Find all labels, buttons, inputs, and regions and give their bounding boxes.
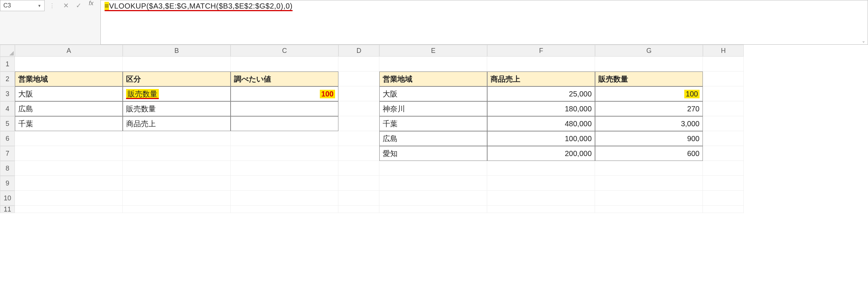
cell-E8[interactable] (379, 161, 487, 176)
cell-G9[interactable] (595, 176, 703, 191)
cell-F1[interactable] (487, 57, 595, 72)
cell-F7[interactable]: 200,000 (487, 146, 595, 161)
cell-C4[interactable] (231, 101, 338, 116)
cell-F3[interactable]: 25,000 (487, 86, 595, 101)
cell-E6[interactable]: 広島 (379, 131, 487, 146)
cell-A8[interactable] (15, 161, 123, 176)
row-header-1[interactable]: 1 (0, 57, 15, 72)
cell-F10[interactable] (487, 191, 595, 206)
cell-G8[interactable] (595, 161, 703, 176)
cell-G6[interactable]: 900 (595, 131, 703, 146)
cell-D2[interactable] (338, 72, 379, 86)
cell-F5[interactable]: 480,000 (487, 116, 595, 131)
cell-F11[interactable] (487, 206, 595, 213)
name-box-dropdown-icon[interactable]: ▼ (38, 4, 41, 8)
row-header-4[interactable]: 4 (0, 101, 15, 116)
cell-C6[interactable] (231, 131, 338, 146)
cell-A1[interactable] (15, 57, 123, 72)
cell-E1[interactable] (379, 57, 487, 72)
cell-F6[interactable]: 100,000 (487, 131, 595, 146)
cell-D11[interactable] (338, 206, 379, 213)
cell-D3[interactable] (338, 86, 379, 101)
cell-A4[interactable]: 広島 (15, 101, 123, 116)
row-header-9[interactable]: 9 (0, 176, 15, 191)
cell-E7[interactable]: 愛知 (379, 146, 487, 161)
cell-F9[interactable] (487, 176, 595, 191)
cell-C1[interactable] (231, 57, 338, 72)
cell-C9[interactable] (231, 176, 338, 191)
cell-H7[interactable] (703, 146, 744, 161)
cell-G10[interactable] (595, 191, 703, 206)
cell-H9[interactable] (703, 176, 744, 191)
cell-G3[interactable]: 100 (595, 86, 703, 101)
row-header-8[interactable]: 8 (0, 161, 15, 176)
cell-B9[interactable] (123, 176, 231, 191)
select-all-corner[interactable] (0, 45, 15, 57)
cell-A3[interactable]: 大阪 (15, 86, 123, 101)
cell-B8[interactable] (123, 161, 231, 176)
cell-G11[interactable] (595, 206, 703, 213)
cell-H5[interactable] (703, 116, 744, 131)
col-header-D[interactable]: D (338, 45, 379, 57)
col-header-G[interactable]: G (595, 45, 703, 57)
cell-D6[interactable] (338, 131, 379, 146)
cell-E4[interactable]: 神奈川 (379, 101, 487, 116)
cell-H1[interactable] (703, 57, 744, 72)
cell-E2[interactable]: 営業地域 (379, 72, 487, 86)
cell-G5[interactable]: 3,000 (595, 116, 703, 131)
cell-B4[interactable]: 販売数量 (123, 101, 231, 116)
cell-B11[interactable] (123, 206, 231, 213)
cell-H2[interactable] (703, 72, 744, 86)
row-header-7[interactable]: 7 (0, 146, 15, 161)
cell-G7[interactable]: 600 (595, 146, 703, 161)
cell-H10[interactable] (703, 191, 744, 206)
formula-input[interactable]: =VLOOKUP($A3,$E:$G,MATCH($B3,$E$2:$G$2,0… (100, 0, 868, 45)
cell-E11[interactable] (379, 206, 487, 213)
cell-H11[interactable] (703, 206, 744, 213)
cell-C8[interactable] (231, 161, 338, 176)
cell-A6[interactable] (15, 131, 123, 146)
cell-B3[interactable]: 販売数量 (123, 86, 231, 101)
col-header-F[interactable]: F (487, 45, 595, 57)
cell-C2[interactable]: 調べたい値 (231, 72, 338, 86)
cell-H8[interactable] (703, 161, 744, 176)
cell-F2[interactable]: 商品売上 (487, 72, 595, 86)
cell-B1[interactable] (123, 57, 231, 72)
formula-expand-icon[interactable]: ⌄ (862, 38, 865, 44)
cell-A5[interactable]: 千葉 (15, 116, 123, 131)
cell-C3[interactable]: 100 (231, 86, 338, 101)
cell-E5[interactable]: 千葉 (379, 116, 487, 131)
cell-C10[interactable] (231, 191, 338, 206)
col-header-H[interactable]: H (703, 45, 744, 57)
spreadsheet-grid[interactable]: A B C D E F G H 1 2 営業地域 区分 調べたい値 営業地域 商… (0, 45, 868, 213)
cell-F4[interactable]: 180,000 (487, 101, 595, 116)
cell-A10[interactable] (15, 191, 123, 206)
cancel-formula-button[interactable]: ✕ (60, 0, 72, 11)
cell-A11[interactable] (15, 206, 123, 213)
row-header-5[interactable]: 5 (0, 116, 15, 131)
col-header-A[interactable]: A (15, 45, 123, 57)
row-header-10[interactable]: 10 (0, 191, 15, 206)
cell-B6[interactable] (123, 131, 231, 146)
col-header-C[interactable]: C (231, 45, 338, 57)
cell-A9[interactable] (15, 176, 123, 191)
name-box[interactable]: C3 ▼ (0, 0, 45, 11)
cell-A2[interactable]: 営業地域 (15, 72, 123, 86)
cell-C7[interactable] (231, 146, 338, 161)
col-header-B[interactable]: B (123, 45, 231, 57)
cell-D7[interactable] (338, 146, 379, 161)
cell-H3[interactable] (703, 86, 744, 101)
col-header-E[interactable]: E (379, 45, 487, 57)
row-header-11[interactable]: 11 (0, 206, 15, 213)
cell-D4[interactable] (338, 101, 379, 116)
cell-G4[interactable]: 270 (595, 101, 703, 116)
cell-G1[interactable] (595, 57, 703, 72)
cell-D8[interactable] (338, 161, 379, 176)
cell-H4[interactable] (703, 101, 744, 116)
cell-E9[interactable] (379, 176, 487, 191)
cell-E10[interactable] (379, 191, 487, 206)
insert-function-button[interactable]: fx (85, 0, 97, 7)
cell-B5[interactable]: 商品売上 (123, 116, 231, 131)
row-header-3[interactable]: 3 (0, 86, 15, 101)
cell-D9[interactable] (338, 176, 379, 191)
